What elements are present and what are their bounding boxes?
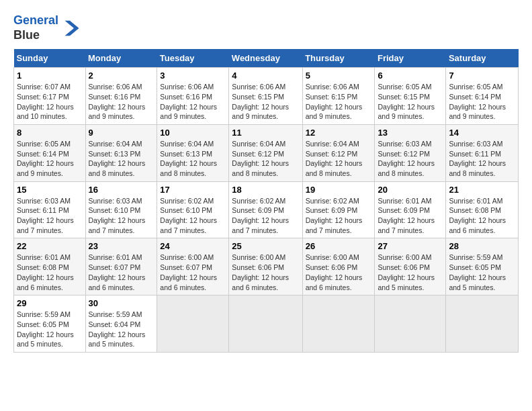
day-info: Sunrise: 6:03 AMSunset: 6:12 PMDaylight:… (378, 139, 443, 179)
day-number: 10 (160, 128, 226, 138)
day-number: 24 (160, 241, 226, 251)
day-number: 30 (89, 298, 154, 308)
day-info: Sunrise: 6:05 AMSunset: 6:15 PMDaylight:… (378, 82, 443, 122)
calendar-cell (375, 295, 446, 353)
calendar-cell: 7Sunrise: 6:05 AMSunset: 6:14 PMDaylight… (446, 68, 519, 125)
calendar-cell: 10Sunrise: 6:04 AMSunset: 6:13 PMDayligh… (157, 124, 229, 181)
calendar-header-monday: Monday (85, 49, 157, 68)
day-info: Sunrise: 6:00 AMSunset: 6:06 PMDaylight:… (306, 253, 372, 292)
day-number: 17 (160, 185, 226, 195)
calendar-header-thursday: Thursday (302, 49, 375, 68)
calendar-table: SundayMondayTuesdayWednesdayThursdayFrid… (13, 49, 519, 353)
calendar-cell: 20Sunrise: 6:01 AMSunset: 6:09 PMDayligh… (375, 181, 446, 238)
day-number: 16 (89, 185, 154, 195)
day-info: Sunrise: 6:07 AMSunset: 6:17 PMDaylight:… (17, 82, 83, 122)
calendar-cell: 15Sunrise: 6:03 AMSunset: 6:11 PMDayligh… (14, 181, 86, 238)
calendar-header-friday: Friday (375, 49, 446, 68)
day-info: Sunrise: 6:00 AMSunset: 6:07 PMDaylight:… (160, 253, 226, 292)
day-number: 8 (17, 128, 83, 138)
day-number: 6 (378, 71, 443, 81)
day-info: Sunrise: 6:01 AMSunset: 6:07 PMDaylight:… (89, 253, 154, 292)
day-number: 18 (232, 185, 299, 195)
day-number: 11 (232, 128, 299, 138)
day-info: Sunrise: 6:05 AMSunset: 6:14 PMDaylight:… (449, 82, 515, 122)
day-info: Sunrise: 6:00 AMSunset: 6:06 PMDaylight:… (232, 253, 299, 292)
day-info: Sunrise: 6:02 AMSunset: 6:10 PMDaylight:… (160, 196, 226, 236)
logo-icon (60, 18, 80, 38)
calendar-cell: 29Sunrise: 5:59 AMSunset: 6:05 PMDayligh… (14, 295, 86, 353)
day-number: 21 (449, 185, 515, 195)
calendar-cell (302, 295, 375, 353)
logo: GeneralBlue (13, 13, 80, 42)
day-info: Sunrise: 5:59 AMSunset: 6:05 PMDaylight:… (449, 253, 515, 292)
day-number: 20 (378, 185, 443, 195)
calendar-cell: 26Sunrise: 6:00 AMSunset: 6:06 PMDayligh… (302, 238, 375, 295)
day-number: 27 (378, 241, 443, 251)
day-number: 12 (306, 128, 372, 138)
day-info: Sunrise: 6:03 AMSunset: 6:11 PMDaylight:… (17, 196, 83, 236)
calendar-cell: 4Sunrise: 6:06 AMSunset: 6:15 PMDaylight… (229, 68, 302, 125)
calendar-cell: 30Sunrise: 5:59 AMSunset: 6:04 PMDayligh… (85, 295, 157, 353)
day-number: 5 (306, 71, 372, 81)
calendar-cell: 6Sunrise: 6:05 AMSunset: 6:15 PMDaylight… (375, 68, 446, 125)
calendar-cell (446, 295, 519, 353)
calendar-cell: 5Sunrise: 6:06 AMSunset: 6:15 PMDaylight… (302, 68, 375, 125)
calendar-cell: 12Sunrise: 6:04 AMSunset: 6:12 PMDayligh… (302, 124, 375, 181)
day-info: Sunrise: 6:06 AMSunset: 6:16 PMDaylight:… (160, 82, 226, 122)
calendar-week-2: 8Sunrise: 6:05 AMSunset: 6:14 PMDaylight… (14, 124, 519, 181)
day-info: Sunrise: 6:06 AMSunset: 6:16 PMDaylight:… (89, 82, 154, 122)
day-number: 7 (449, 71, 515, 81)
calendar-header-sunday: Sunday (14, 49, 86, 68)
calendar-header-saturday: Saturday (446, 49, 519, 68)
logo-text: GeneralBlue (13, 13, 58, 42)
calendar-cell: 19Sunrise: 6:02 AMSunset: 6:09 PMDayligh… (302, 181, 375, 238)
day-number: 4 (232, 71, 299, 81)
calendar-header-row: SundayMondayTuesdayWednesdayThursdayFrid… (14, 49, 519, 68)
day-info: Sunrise: 6:02 AMSunset: 6:09 PMDaylight:… (232, 196, 299, 236)
day-info: Sunrise: 6:03 AMSunset: 6:10 PMDaylight:… (89, 196, 154, 236)
day-number: 26 (306, 241, 372, 251)
calendar-cell: 14Sunrise: 6:03 AMSunset: 6:11 PMDayligh… (446, 124, 519, 181)
calendar-header-wednesday: Wednesday (229, 49, 302, 68)
calendar-week-1: 1Sunrise: 6:07 AMSunset: 6:17 PMDaylight… (14, 68, 519, 125)
day-number: 23 (89, 241, 154, 251)
calendar-cell (157, 295, 229, 353)
calendar-cell: 1Sunrise: 6:07 AMSunset: 6:17 PMDaylight… (14, 68, 86, 125)
calendar-cell: 16Sunrise: 6:03 AMSunset: 6:10 PMDayligh… (85, 181, 157, 238)
day-number: 14 (449, 128, 515, 138)
calendar-cell: 28Sunrise: 5:59 AMSunset: 6:05 PMDayligh… (446, 238, 519, 295)
day-number: 2 (89, 71, 154, 81)
day-number: 29 (17, 298, 83, 308)
calendar-cell: 24Sunrise: 6:00 AMSunset: 6:07 PMDayligh… (157, 238, 229, 295)
calendar-cell: 11Sunrise: 6:04 AMSunset: 6:12 PMDayligh… (229, 124, 302, 181)
day-number: 9 (89, 128, 154, 138)
calendar-cell: 3Sunrise: 6:06 AMSunset: 6:16 PMDaylight… (157, 68, 229, 125)
calendar-cell: 13Sunrise: 6:03 AMSunset: 6:12 PMDayligh… (375, 124, 446, 181)
day-number: 15 (17, 185, 83, 195)
calendar-header-tuesday: Tuesday (157, 49, 229, 68)
day-info: Sunrise: 5:59 AMSunset: 6:05 PMDaylight:… (17, 310, 83, 349)
day-number: 3 (160, 71, 226, 81)
day-info: Sunrise: 6:04 AMSunset: 6:12 PMDaylight:… (232, 139, 299, 179)
calendar-cell: 8Sunrise: 6:05 AMSunset: 6:14 PMDaylight… (14, 124, 86, 181)
day-info: Sunrise: 6:01 AMSunset: 6:09 PMDaylight:… (378, 196, 443, 236)
calendar-week-5: 29Sunrise: 5:59 AMSunset: 6:05 PMDayligh… (14, 295, 519, 353)
day-number: 22 (17, 241, 83, 251)
calendar-cell: 23Sunrise: 6:01 AMSunset: 6:07 PMDayligh… (85, 238, 157, 295)
svg-marker-0 (65, 20, 79, 36)
day-info: Sunrise: 6:04 AMSunset: 6:13 PMDaylight:… (89, 139, 154, 179)
calendar-week-4: 22Sunrise: 6:01 AMSunset: 6:08 PMDayligh… (14, 238, 519, 295)
day-number: 19 (306, 185, 372, 195)
calendar-cell: 22Sunrise: 6:01 AMSunset: 6:08 PMDayligh… (14, 238, 86, 295)
day-number: 25 (232, 241, 299, 251)
day-info: Sunrise: 6:01 AMSunset: 6:08 PMDaylight:… (449, 196, 515, 236)
day-info: Sunrise: 6:06 AMSunset: 6:15 PMDaylight:… (232, 82, 299, 122)
day-info: Sunrise: 6:03 AMSunset: 6:11 PMDaylight:… (449, 139, 515, 179)
day-info: Sunrise: 6:02 AMSunset: 6:09 PMDaylight:… (306, 196, 372, 236)
day-number: 13 (378, 128, 443, 138)
day-info: Sunrise: 6:05 AMSunset: 6:14 PMDaylight:… (17, 139, 83, 179)
day-info: Sunrise: 6:06 AMSunset: 6:15 PMDaylight:… (306, 82, 372, 122)
calendar-cell: 27Sunrise: 6:00 AMSunset: 6:06 PMDayligh… (375, 238, 446, 295)
page-header: GeneralBlue (13, 13, 519, 42)
day-info: Sunrise: 5:59 AMSunset: 6:04 PMDaylight:… (89, 310, 154, 349)
